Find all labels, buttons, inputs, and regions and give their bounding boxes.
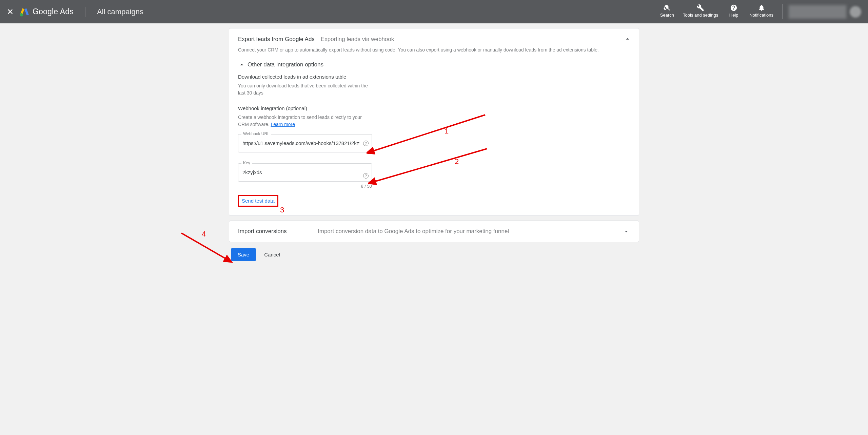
wrench-icon	[697, 4, 704, 12]
key-field-wrap: Key ? 8 / 50	[238, 163, 372, 189]
card-title: Export leads from Google Ads	[238, 36, 315, 43]
webhook-url-input[interactable]	[242, 140, 359, 146]
notifications-button[interactable]: Notifications	[749, 4, 773, 18]
header-left: ✕ Google Ads All campaigns	[7, 7, 143, 17]
account-area[interactable]	[782, 4, 861, 19]
key-input[interactable]	[242, 169, 359, 175]
card-description: Connect your CRM or app to automatically…	[238, 47, 630, 54]
import-title: Import conversions	[238, 228, 318, 235]
context-title[interactable]: All campaigns	[97, 7, 143, 16]
search-icon	[664, 4, 671, 12]
account-label-blurred	[789, 5, 846, 19]
annotation-3: 3	[280, 206, 284, 214]
webhook-url-label: Webhook URL	[241, 131, 271, 136]
bell-icon	[758, 4, 765, 12]
header-right: Search Tools and settings Help Notificat…	[660, 4, 861, 19]
divider	[85, 7, 85, 17]
search-button[interactable]: Search	[660, 4, 674, 18]
import-desc: Import conversion data to Google Ads to …	[318, 228, 623, 235]
key-char-counter: 8 / 50	[238, 184, 372, 189]
brand-block[interactable]: Google Ads	[20, 7, 74, 17]
collapse-toggle[interactable]	[624, 35, 631, 44]
tools-button[interactable]: Tools and settings	[683, 4, 718, 18]
avatar[interactable]	[850, 6, 861, 18]
page: Export leads from Google Ads Exporting l…	[229, 28, 639, 271]
help-icon[interactable]: ?	[363, 173, 369, 179]
webhook-desc: Create a webhook integration to send lea…	[238, 114, 370, 128]
other-options-toggle[interactable]: Other data integration options	[238, 61, 630, 68]
cancel-button[interactable]: Cancel	[264, 252, 280, 257]
key-label: Key	[241, 161, 252, 165]
annotation-arrow-4	[178, 230, 239, 264]
learn-more-link[interactable]: Learn more	[271, 122, 295, 127]
help-button[interactable]: Help	[727, 4, 741, 18]
key-field[interactable]	[238, 163, 372, 182]
webhook-url-field-wrap: Webhook URL ?	[238, 134, 372, 152]
chevron-up-icon	[238, 61, 245, 68]
brand-text: Google Ads	[33, 7, 74, 16]
webhook-heading: Webhook integration (optional)	[238, 105, 630, 111]
close-icon[interactable]: ✕	[7, 8, 14, 16]
google-ads-logo-icon	[20, 7, 29, 17]
svg-line-3	[181, 233, 227, 260]
import-conversions-card[interactable]: Import conversions Import conversion dat…	[229, 221, 639, 242]
export-leads-card: Export leads from Google Ads Exporting l…	[229, 28, 639, 216]
form-actions: Save Cancel	[231, 248, 639, 261]
download-heading: Download collected leads in ad extension…	[238, 74, 630, 80]
card-header: Export leads from Google Ads Exporting l…	[238, 36, 630, 43]
webhook-url-field[interactable]	[238, 134, 372, 152]
app-header: ✕ Google Ads All campaigns Search Tools …	[0, 0, 868, 23]
send-test-data-link[interactable]: Send test data	[238, 195, 278, 207]
annotation-arrow-2	[368, 145, 490, 186]
chevron-up-icon	[624, 35, 631, 43]
chevron-down-icon	[623, 228, 630, 235]
svg-line-2	[373, 149, 487, 182]
download-desc: You can only download leads that've been…	[238, 82, 370, 97]
help-icon	[730, 4, 737, 12]
card-subtitle: Exporting leads via webhook	[321, 36, 394, 43]
svg-point-0	[20, 13, 23, 16]
